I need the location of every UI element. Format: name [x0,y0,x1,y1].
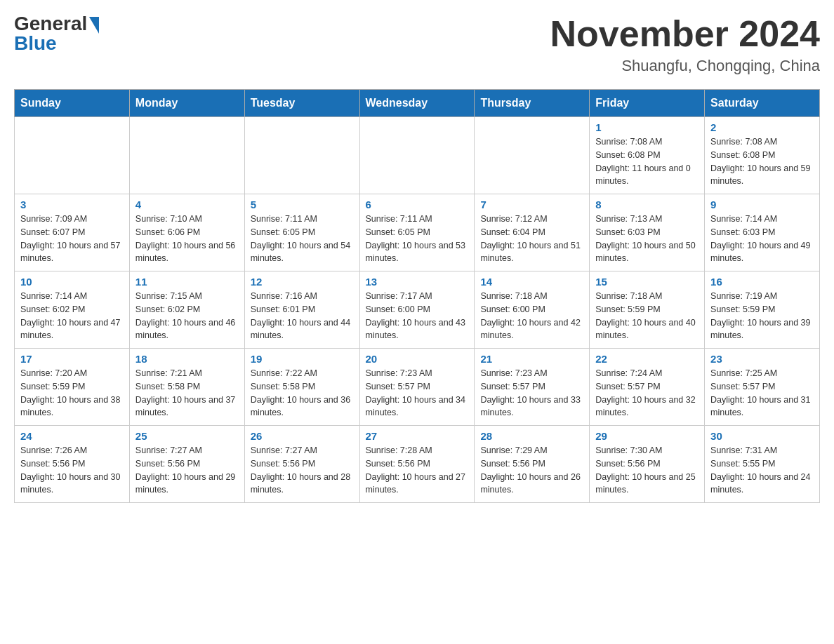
day-number: 6 [366,199,469,210]
calendar-cell: 27Sunrise: 7:28 AMSunset: 5:56 PMDayligh… [359,426,475,503]
day-info: Sunrise: 7:14 AMSunset: 6:03 PMDaylight:… [710,213,814,265]
day-info: Sunrise: 7:18 AMSunset: 5:59 PMDaylight:… [595,290,699,342]
day-info: Sunrise: 7:08 AMSunset: 6:08 PMDaylight:… [710,135,814,188]
calendar-cell: 18Sunrise: 7:21 AMSunset: 5:58 PMDayligh… [129,349,244,426]
calendar-cell: 4Sunrise: 7:10 AMSunset: 6:06 PMDaylight… [129,194,244,271]
day-number: 20 [366,353,469,365]
day-info: Sunrise: 7:17 AMSunset: 6:00 PMDaylight:… [366,290,469,342]
day-info: Sunrise: 7:12 AMSunset: 6:04 PMDaylight:… [480,213,583,265]
day-info: Sunrise: 7:19 AMSunset: 5:59 PMDaylight:… [710,290,814,342]
day-info: Sunrise: 7:28 AMSunset: 5:56 PMDaylight:… [366,444,469,497]
calendar-cell: 11Sunrise: 7:15 AMSunset: 6:02 PMDayligh… [129,271,244,349]
calendar-cell: 23Sunrise: 7:25 AMSunset: 5:57 PMDayligh… [705,349,820,426]
month-title: November 2024 [550,14,820,54]
calendar-cell: 16Sunrise: 7:19 AMSunset: 5:59 PMDayligh… [705,271,820,349]
col-sunday: Sunday [15,90,130,117]
day-number: 13 [366,276,469,288]
day-number: 14 [480,276,583,288]
day-info: Sunrise: 7:11 AMSunset: 6:05 PMDaylight:… [251,213,354,265]
logo-blue-text: Blue [14,34,57,53]
day-number: 26 [251,430,354,442]
day-number: 28 [480,430,583,442]
day-number: 12 [251,276,354,288]
calendar-cell [129,117,244,194]
calendar-cell: 5Sunrise: 7:11 AMSunset: 6:05 PMDaylight… [244,194,359,271]
col-tuesday: Tuesday [244,90,359,117]
calendar-cell: 8Sunrise: 7:13 AMSunset: 6:03 PMDaylight… [590,194,705,271]
calendar-cell: 26Sunrise: 7:27 AMSunset: 5:56 PMDayligh… [244,426,359,503]
page-header: General Blue November 2024 Shuangfu, Cho… [14,14,820,75]
day-number: 5 [251,199,354,210]
day-number: 7 [480,199,583,210]
day-info: Sunrise: 7:11 AMSunset: 6:05 PMDaylight:… [366,213,469,265]
calendar-cell [244,117,359,194]
col-thursday: Thursday [475,90,590,117]
day-info: Sunrise: 7:25 AMSunset: 5:57 PMDaylight:… [710,367,814,420]
calendar-cell: 24Sunrise: 7:26 AMSunset: 5:56 PMDayligh… [15,426,130,503]
day-info: Sunrise: 7:22 AMSunset: 5:58 PMDaylight:… [251,367,354,420]
week-row-4: 17Sunrise: 7:20 AMSunset: 5:59 PMDayligh… [15,349,820,426]
calendar-cell: 12Sunrise: 7:16 AMSunset: 6:01 PMDayligh… [244,271,359,349]
day-info: Sunrise: 7:08 AMSunset: 6:08 PMDaylight:… [595,135,699,188]
calendar-cell: 15Sunrise: 7:18 AMSunset: 5:59 PMDayligh… [590,271,705,349]
day-number: 25 [135,430,239,442]
day-info: Sunrise: 7:31 AMSunset: 5:55 PMDaylight:… [710,444,814,497]
day-number: 23 [710,353,814,365]
logo-general-text: General [14,14,87,34]
calendar-table: Sunday Monday Tuesday Wednesday Thursday… [14,89,820,503]
calendar-cell: 9Sunrise: 7:14 AMSunset: 6:03 PMDaylight… [705,194,820,271]
calendar-cell [359,117,475,194]
calendar-cell [475,117,590,194]
calendar-cell: 25Sunrise: 7:27 AMSunset: 5:56 PMDayligh… [129,426,244,503]
day-number: 1 [595,121,699,133]
calendar-header-row: Sunday Monday Tuesday Wednesday Thursday… [15,90,820,117]
day-info: Sunrise: 7:16 AMSunset: 6:01 PMDaylight:… [251,290,354,342]
calendar-cell: 28Sunrise: 7:29 AMSunset: 5:56 PMDayligh… [475,426,590,503]
day-info: Sunrise: 7:29 AMSunset: 5:56 PMDaylight:… [480,444,583,497]
day-number: 24 [20,430,124,442]
day-number: 19 [251,353,354,365]
calendar-cell: 2Sunrise: 7:08 AMSunset: 6:08 PMDaylight… [705,117,820,194]
calendar-cell: 21Sunrise: 7:23 AMSunset: 5:57 PMDayligh… [475,349,590,426]
col-monday: Monday [129,90,244,117]
day-info: Sunrise: 7:09 AMSunset: 6:07 PMDaylight:… [20,213,124,265]
day-number: 10 [20,276,124,288]
day-number: 22 [595,353,699,365]
day-number: 16 [710,276,814,288]
day-number: 21 [480,353,583,365]
week-row-1: 1Sunrise: 7:08 AMSunset: 6:08 PMDaylight… [15,117,820,194]
calendar-cell: 22Sunrise: 7:24 AMSunset: 5:57 PMDayligh… [590,349,705,426]
day-info: Sunrise: 7:10 AMSunset: 6:06 PMDaylight:… [135,213,239,265]
week-row-3: 10Sunrise: 7:14 AMSunset: 6:02 PMDayligh… [15,271,820,349]
day-info: Sunrise: 7:20 AMSunset: 5:59 PMDaylight:… [20,367,124,420]
day-info: Sunrise: 7:23 AMSunset: 5:57 PMDaylight:… [480,367,583,420]
calendar-cell: 14Sunrise: 7:18 AMSunset: 6:00 PMDayligh… [475,271,590,349]
day-number: 30 [710,430,814,442]
day-info: Sunrise: 7:27 AMSunset: 5:56 PMDaylight:… [135,444,239,497]
col-friday: Friday [590,90,705,117]
col-wednesday: Wednesday [359,90,475,117]
calendar-cell: 20Sunrise: 7:23 AMSunset: 5:57 PMDayligh… [359,349,475,426]
day-info: Sunrise: 7:15 AMSunset: 6:02 PMDaylight:… [135,290,239,342]
calendar-cell: 30Sunrise: 7:31 AMSunset: 5:55 PMDayligh… [705,426,820,503]
day-info: Sunrise: 7:24 AMSunset: 5:57 PMDaylight:… [595,367,699,420]
day-number: 9 [710,199,814,210]
calendar-cell [15,117,130,194]
week-row-5: 24Sunrise: 7:26 AMSunset: 5:56 PMDayligh… [15,426,820,503]
day-number: 27 [366,430,469,442]
day-number: 11 [135,276,239,288]
day-number: 3 [20,199,124,210]
day-info: Sunrise: 7:18 AMSunset: 6:00 PMDaylight:… [480,290,583,342]
week-row-2: 3Sunrise: 7:09 AMSunset: 6:07 PMDaylight… [15,194,820,271]
calendar-cell: 29Sunrise: 7:30 AMSunset: 5:56 PMDayligh… [590,426,705,503]
location-title: Shuangfu, Chongqing, China [550,57,820,75]
day-number: 8 [595,199,699,210]
day-info: Sunrise: 7:26 AMSunset: 5:56 PMDaylight:… [20,444,124,497]
calendar-cell: 3Sunrise: 7:09 AMSunset: 6:07 PMDaylight… [15,194,130,271]
day-number: 2 [710,121,814,133]
calendar-cell: 6Sunrise: 7:11 AMSunset: 6:05 PMDaylight… [359,194,475,271]
day-number: 17 [20,353,124,365]
calendar-cell: 1Sunrise: 7:08 AMSunset: 6:08 PMDaylight… [590,117,705,194]
calendar-cell: 17Sunrise: 7:20 AMSunset: 5:59 PMDayligh… [15,349,130,426]
calendar-cell: 7Sunrise: 7:12 AMSunset: 6:04 PMDaylight… [475,194,590,271]
